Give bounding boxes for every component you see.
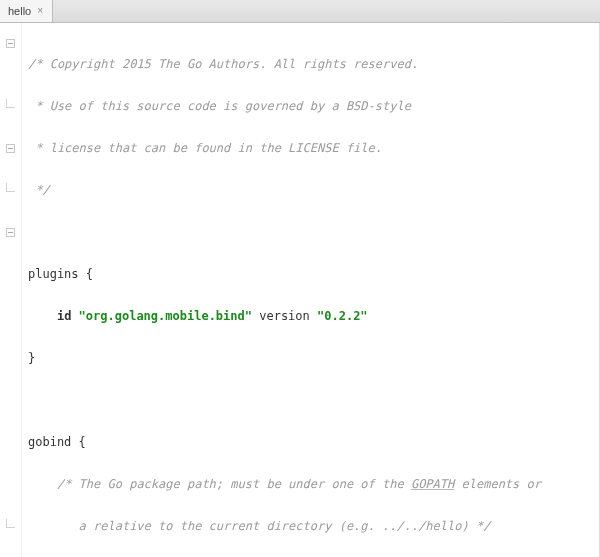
fold-collapse-icon[interactable] — [6, 144, 15, 153]
copyright-comment: /* Copyright 2015 The Go Authors. All ri… — [28, 57, 418, 71]
gutter-line — [0, 264, 21, 285]
code-area[interactable]: /* Copyright 2015 The Go Authors. All ri… — [22, 23, 599, 557]
gutter-line — [0, 180, 21, 201]
gutter-line — [0, 432, 21, 453]
comment-text: */ — [28, 183, 50, 197]
gutter-line — [0, 495, 21, 516]
fold-end-icon — [6, 519, 15, 528]
plugins-block-close: } — [28, 351, 35, 365]
gutter-line — [0, 33, 21, 54]
gutter-line — [0, 138, 21, 159]
gutter-line — [0, 222, 21, 243]
comment-text: a relative to the current directory (e.g… — [28, 519, 490, 533]
gutter-line — [0, 516, 21, 537]
fold-end-icon — [6, 183, 15, 192]
gutter-line — [0, 411, 21, 432]
tab-bar: hello × — [0, 0, 600, 23]
fold-collapse-icon[interactable] — [6, 39, 15, 48]
comment-text: * license that can be found in the LICEN… — [28, 141, 382, 155]
gutter-line — [0, 474, 21, 495]
plugins-block-open: plugins { — [28, 267, 93, 281]
gutter-line — [0, 96, 21, 117]
gobind-block-open: gobind { — [28, 435, 86, 449]
id-keyword: id — [57, 309, 71, 323]
gutter-line — [0, 54, 21, 75]
close-icon[interactable]: × — [36, 7, 44, 15]
gutter-line — [0, 117, 21, 138]
gutter-line — [0, 348, 21, 369]
plugin-version-string: "0.2.2" — [317, 309, 368, 323]
gutter-line — [0, 201, 21, 222]
fold-collapse-icon[interactable] — [6, 228, 15, 237]
code-editor[interactable]: /* Copyright 2015 The Go Authors. All ri… — [0, 23, 600, 557]
gutter-line — [0, 159, 21, 180]
fold-end-icon — [6, 99, 15, 108]
gutter-line — [0, 243, 21, 264]
comment-text: * Use of this source code is governed by… — [28, 99, 411, 113]
gutter-line — [0, 75, 21, 96]
plugin-id-string: "org.golang.mobile.bind" — [79, 309, 252, 323]
gutter-line — [0, 390, 21, 411]
gutter-line — [0, 369, 21, 390]
tab-label: hello — [8, 5, 31, 17]
gutter-line — [0, 285, 21, 306]
gutter-line — [0, 306, 21, 327]
tab-hello[interactable]: hello × — [0, 0, 53, 22]
gutter-line — [0, 327, 21, 348]
fold-gutter — [0, 23, 22, 557]
gutter-line — [0, 453, 21, 474]
